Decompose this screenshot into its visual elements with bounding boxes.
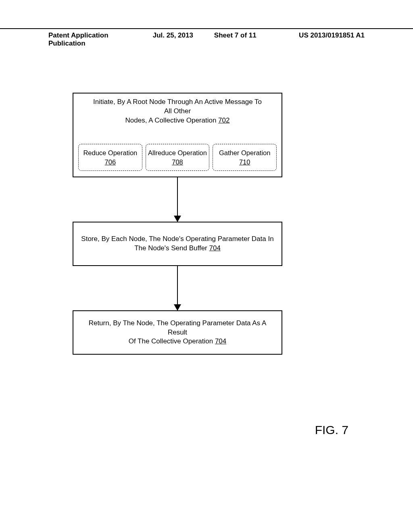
figure-label: FIG. 7 — [315, 423, 348, 437]
step-initiate-line1: Initiate, By A Root Node Through An Acti… — [93, 98, 262, 115]
step-return-ref: 704 — [215, 337, 226, 345]
step-return-line1: Return, By The Node, The Operating Param… — [89, 319, 267, 336]
header-pubno: US 2013/0191851 A1 — [269, 31, 365, 48]
operation-options: Reduce Operation 706 Allreduce Operation… — [78, 144, 277, 171]
step-initiate: Initiate, By A Root Node Through An Acti… — [73, 93, 282, 177]
header-sheet: Sheet 7 of 11 — [202, 31, 269, 48]
arrow-2 — [73, 266, 282, 310]
page-header: Patent Application Publication Jul. 25, … — [0, 28, 413, 48]
step-store-line2: The Node's Send Buffer — [134, 244, 209, 252]
step-store-ref: 704 — [209, 244, 220, 252]
allreduce-label: Allreduce Operation — [148, 149, 207, 156]
gather-operation: Gather Operation 710 — [213, 144, 277, 171]
step-initiate-ref: 702 — [218, 116, 229, 124]
step-store: Store, By Each Node, The Node's Operatin… — [73, 222, 282, 266]
header-publication: Patent Application Publication — [48, 31, 144, 48]
step-return-line2: Of The Collective Operation — [129, 337, 215, 345]
reduce-ref: 706 — [105, 158, 116, 166]
reduce-label: Reduce Operation — [83, 149, 137, 156]
step-initiate-line2: Nodes, A Collective Operation — [125, 116, 219, 124]
allreduce-operation: Allreduce Operation 708 — [146, 144, 210, 171]
header-date: Jul. 25, 2013 — [144, 31, 202, 48]
gather-ref: 710 — [239, 158, 250, 166]
flowchart: Initiate, By A Root Node Through An Acti… — [73, 93, 282, 355]
allreduce-ref: 708 — [172, 158, 183, 166]
reduce-operation: Reduce Operation 706 — [78, 144, 142, 171]
step-return: Return, By The Node, The Operating Param… — [73, 310, 282, 355]
arrow-1 — [73, 177, 282, 222]
gather-label: Gather Operation — [219, 149, 271, 156]
step-store-line1: Store, By Each Node, The Node's Operatin… — [81, 235, 273, 243]
